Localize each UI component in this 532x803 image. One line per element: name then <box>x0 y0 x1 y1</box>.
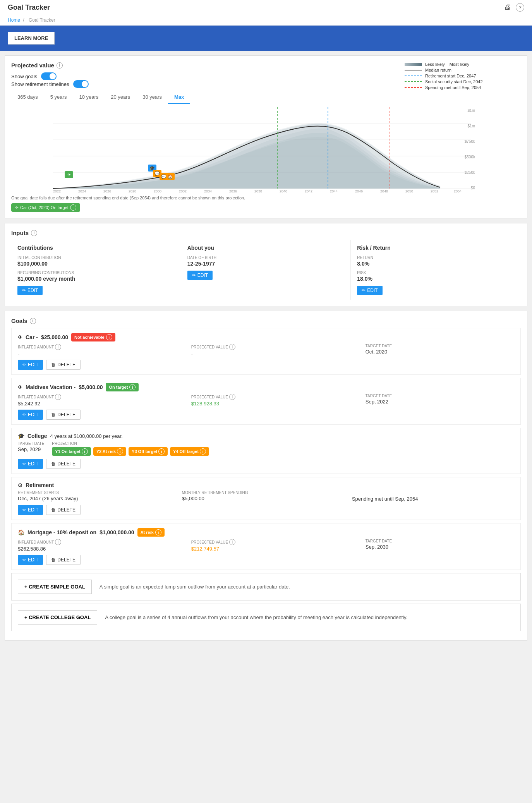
recurring-contributions-value: $1,000.00 every month <box>17 276 175 282</box>
y2-info[interactable]: i <box>117 448 123 455</box>
create-college-goal-button[interactable]: + CREATE COLLEGE GOAL <box>18 610 97 625</box>
tab-10years[interactable]: 10 years <box>73 91 105 104</box>
maldives-inflated-value: $5,242.92 <box>18 401 184 407</box>
inputs-info-icon[interactable]: i <box>31 230 37 236</box>
mortgage-status-info[interactable]: i <box>155 529 161 535</box>
y1-info[interactable]: i <box>82 448 88 455</box>
app-header: Goal Tracker 🖨 ? <box>0 0 532 15</box>
inputs-grid: Contributions INITIAL CONTRIBUTION $100,… <box>11 240 521 300</box>
projected-legend: Less likely Most likely Median return Re… <box>405 62 521 91</box>
learn-more-button[interactable]: LEARN MORE <box>8 32 55 45</box>
svg-text:2034: 2034 <box>204 189 212 192</box>
tab-20years[interactable]: 20 years <box>105 91 136 104</box>
inputs-card: Inputs i Contributions INITIAL CONTRIBUT… <box>5 223 527 306</box>
svg-text:✈: ✈ <box>67 172 71 177</box>
maldives-actions: ✏ EDIT 🗑 DELETE <box>18 410 514 420</box>
goal-item-college: 🎓 College 4 years at $100,000.00 per yea… <box>11 428 521 474</box>
edit-icon-car: ✏ <box>22 362 26 367</box>
svg-text:2042: 2042 <box>305 189 312 192</box>
y3-info[interactable]: i <box>158 448 165 455</box>
maldives-delete-button[interactable]: 🗑 DELETE <box>46 410 81 420</box>
legend-social-label: Social security start Dec, 2042 <box>425 79 483 84</box>
svg-text:2046: 2046 <box>355 189 363 192</box>
retirement-spending-field: MONTHLY RETIREMENT SPENDING $5,000.00 <box>182 491 344 502</box>
car-actions: ✏ EDIT 🗑 DELETE <box>18 360 514 370</box>
retirement-icon: ⊙ <box>18 482 22 488</box>
show-retirement-toggle[interactable] <box>73 80 89 88</box>
tab-365days[interactable]: 365 days <box>11 91 44 104</box>
maldives-status-info[interactable]: i <box>129 384 136 390</box>
goal-badge-info[interactable]: i <box>70 204 76 211</box>
car-delete-button[interactable]: 🗑 DELETE <box>46 360 81 370</box>
inflated-info-m[interactable]: i <box>55 394 61 400</box>
car-status-info[interactable]: i <box>106 334 112 340</box>
mortgage-edit-button[interactable]: ✏ EDIT <box>18 555 43 565</box>
projected-info-m[interactable]: i <box>229 394 235 400</box>
svg-text:🎓: 🎓 <box>149 165 155 171</box>
legend-row-median: Median return <box>405 68 521 72</box>
mortgage-projected-field: PROJECTED VALUE i $212,749.57 <box>191 539 358 552</box>
svg-text:2028: 2028 <box>129 189 136 192</box>
tab-5years[interactable]: 5 years <box>44 91 73 104</box>
car-status-badge: Not achievable i <box>71 333 115 341</box>
edit-icon-retirement: ✏ <box>22 507 26 513</box>
legend-line-median <box>405 68 422 72</box>
inflated-info-mort[interactable]: i <box>55 539 61 545</box>
goal-item-car: ✈ Car - $25,000.00 Not achievable i INFL… <box>11 328 521 375</box>
retirement-fields: RETIREMENT STARTS Dec, 2047 (26 years aw… <box>18 491 514 502</box>
show-goals-control: Show goals <box>11 72 405 80</box>
retirement-spending-label: MONTHLY RETIREMENT SPENDING <box>182 491 344 495</box>
college-projection-field: PROJECTION Y1 On target i Y2 At risk i Y… <box>52 441 209 456</box>
mortgage-name: Mortgage - 10% deposit on <box>27 529 96 535</box>
projected-info-icon[interactable]: i <box>57 62 63 69</box>
svg-text:2038: 2038 <box>254 189 262 192</box>
car-name: Car - <box>26 334 38 340</box>
mortgage-target-label: TARGET DATE <box>366 539 514 543</box>
print-icon[interactable]: 🖨 <box>504 3 511 12</box>
svg-text:2026: 2026 <box>103 189 111 192</box>
chart-area: $1m $1m $750k $500k $250k $0 <box>11 107 521 192</box>
college-target-value: Sep, 2029 <box>18 446 44 452</box>
create-simple-goal-button[interactable]: + CREATE SIMPLE GOAL <box>18 580 92 594</box>
mortgage-goal-header: 🏠 Mortgage - 10% deposit on $1,000,000.0… <box>18 528 514 537</box>
goals-info-icon[interactable]: i <box>30 318 36 324</box>
projected-info-car[interactable]: i <box>229 344 235 350</box>
mortgage-delete-button[interactable]: 🗑 DELETE <box>46 555 81 565</box>
edit-icon-about: ✏ <box>192 273 196 278</box>
contributions-title: Contributions <box>17 245 175 251</box>
svg-text:2050: 2050 <box>405 189 413 192</box>
maldives-name: Maldives Vacation - <box>26 384 76 390</box>
about-you-edit-button[interactable]: ✏ EDIT <box>187 271 213 280</box>
risk-return-edit-button[interactable]: ✏ EDIT <box>357 286 382 295</box>
tab-max[interactable]: Max <box>168 91 190 104</box>
show-goals-toggle[interactable] <box>41 72 57 80</box>
blue-banner: LEARN MORE <box>0 26 532 51</box>
mortgage-target-field: TARGET DATE Sep, 2030 <box>366 539 514 552</box>
car-edit-button[interactable]: ✏ EDIT <box>18 360 43 370</box>
inflated-info[interactable]: i <box>55 344 61 350</box>
y4-info[interactable]: i <box>200 448 206 455</box>
college-edit-button[interactable]: ✏ EDIT <box>18 459 43 469</box>
car-inflated-value: - <box>18 351 184 357</box>
svg-text:2024: 2024 <box>78 189 86 192</box>
retirement-spending-met-field: Spending met until Sep, 2054 <box>352 491 514 502</box>
mortgage-status-badge: At risk i <box>137 528 165 537</box>
car-goal-fields: INFLATED AMOUNT i - PROJECTED VALUE i - … <box>18 344 514 357</box>
maldives-amount: $5,000.00 <box>79 384 103 390</box>
svg-text:$1m: $1m <box>468 124 475 128</box>
help-icon[interactable]: ? <box>516 3 524 12</box>
car-icon: ✈ <box>18 334 22 340</box>
projected-info-mort[interactable]: i <box>229 539 235 545</box>
retirement-delete-button[interactable]: 🗑 DELETE <box>46 505 81 515</box>
tab-30years[interactable]: 30 years <box>136 91 168 104</box>
return-value: 8.0% <box>357 261 515 267</box>
app-title: Goal Tracker <box>8 3 50 12</box>
legend-row-likely: Less likely Most likely <box>405 62 521 67</box>
contributions-edit-button[interactable]: ✏ EDIT <box>17 286 43 295</box>
create-simple-desc: A simple goal is an expected lump sum ou… <box>100 584 290 590</box>
retirement-edit-button[interactable]: ✏ EDIT <box>18 505 43 515</box>
maldives-edit-button[interactable]: ✏ EDIT <box>18 410 43 420</box>
breadcrumb-home[interactable]: Home <box>8 17 20 23</box>
college-delete-button[interactable]: 🗑 DELETE <box>46 459 81 469</box>
maldives-goal-header: ✈ Maldives Vacation - $5,000.00 On targe… <box>18 383 514 391</box>
